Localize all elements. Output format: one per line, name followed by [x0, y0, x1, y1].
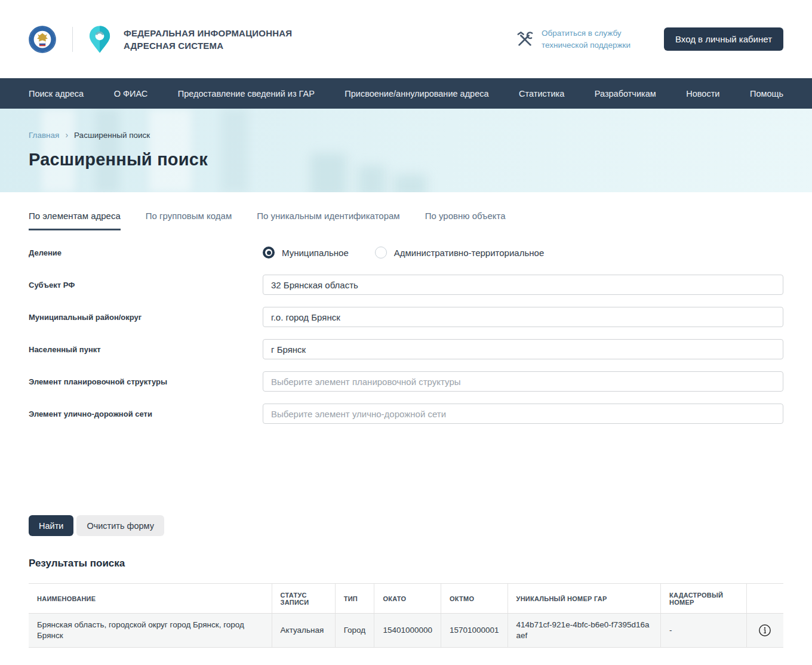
main-content: По элементам адреса По групповым кодам П… — [0, 211, 812, 648]
tab-by-unique-ids[interactable]: По уникальным идентификаторам — [257, 211, 399, 230]
radio-municipal-label: Муниципальное — [282, 248, 349, 258]
search-form: Деление Муниципальное Административно-те… — [29, 242, 783, 536]
support-text-line1: Обратиться в службу — [542, 27, 630, 39]
radio-administrative-label: Административно-территориальное — [394, 248, 544, 258]
header-actions: Обратиться в службу технической поддержк… — [516, 27, 783, 51]
banner-decor — [394, 174, 427, 192]
planning-structure-input[interactable] — [263, 371, 783, 392]
col-header-type: ТИП — [335, 584, 374, 614]
col-header-okato: ОКАТО — [374, 584, 441, 614]
nav-item-statistics[interactable]: Статистика — [519, 89, 564, 98]
cell-cadastral: - — [661, 614, 747, 648]
table-row[interactable]: Брянская область, городской округ город … — [29, 614, 783, 648]
col-header-status: СТАТУС ЗАПИСИ — [272, 584, 335, 614]
field-row-street-network: Элемент улично-дорожной сети — [29, 404, 783, 424]
breadcrumb: Главная › Расширенный поиск — [29, 130, 783, 140]
breadcrumb-current: Расширенный поиск — [74, 131, 150, 140]
main-nav: Поиск адреса О ФИАС Предоставление сведе… — [0, 78, 812, 109]
info-icon[interactable] — [758, 624, 771, 637]
support-tools-icon — [516, 30, 534, 48]
site-header: ФЕДЕРАЛЬНАЯ ИНФОРМАЦИОННАЯ АДРЕСНАЯ СИСТ… — [0, 0, 812, 78]
support-text: Обратиться в службу технической поддержк… — [542, 27, 630, 51]
support-text-line2: технической поддержки — [542, 39, 630, 51]
fias-advanced-search-page: ФЕДЕРАЛЬНАЯ ИНФОРМАЦИОННАЯ АДРЕСНАЯ СИСТ… — [0, 0, 812, 665]
col-header-gar-id: УНИКАЛЬНЫЙ НОМЕР ГАР — [508, 584, 661, 614]
org-title-line1: ФЕДЕРАЛЬНАЯ ИНФОРМАЦИОННАЯ — [124, 27, 292, 39]
cell-status: Актуальная — [272, 614, 335, 648]
header-branding: ФЕДЕРАЛЬНАЯ ИНФОРМАЦИОННАЯ АДРЕСНАЯ СИСТ… — [29, 25, 292, 54]
page-banner: Главная › Расширенный поиск Расширенный … — [0, 109, 812, 192]
nav-item-address-search[interactable]: Поиск адреса — [29, 89, 84, 98]
clear-form-button[interactable]: Очистить форму — [76, 515, 164, 536]
division-label: Деление — [29, 248, 263, 257]
planning-structure-label: Элемент планировочной структуры — [29, 377, 263, 386]
field-row-subject: Субъект РФ — [29, 275, 783, 295]
division-row: Деление Муниципальное Административно-те… — [29, 242, 783, 263]
nav-item-developers[interactable]: Разработчикам — [595, 89, 656, 98]
division-radio-group: Муниципальное Административно-территориа… — [263, 242, 544, 263]
results-table: НАИМЕНОВАНИЕ СТАТУС ЗАПИСИ ТИП ОКАТО ОКТ… — [29, 583, 783, 648]
field-row-municipal-district: Муниципальный район/округ — [29, 307, 783, 327]
support-link[interactable]: Обратиться в службу технической поддержк… — [516, 27, 630, 51]
cell-gar-id: 414b71cf-921e-4bfc-b6e0-f7395d16aaef — [508, 614, 661, 648]
tab-by-address-elements[interactable]: По элементам адреса — [29, 211, 121, 230]
cell-oktmo: 15701000001 — [441, 614, 508, 648]
login-button[interactable]: Вход в личный кабинет — [664, 27, 783, 51]
nav-item-news[interactable]: Новости — [686, 89, 719, 98]
tab-by-object-level[interactable]: По уровню объекта — [425, 211, 506, 230]
results-title: Результаты поиска — [29, 558, 783, 569]
settlement-input[interactable] — [263, 339, 783, 359]
form-actions: Найти Очистить форму — [29, 515, 783, 536]
nav-item-about-fias[interactable]: О ФИАС — [114, 89, 148, 98]
settlement-label: Населенный пункт — [29, 345, 263, 354]
cell-name: Брянская область, городской округ город … — [29, 614, 272, 648]
col-header-name: НАИМЕНОВАНИЕ — [29, 584, 272, 614]
cell-okato: 15401000000 — [374, 614, 441, 648]
nav-item-help[interactable]: Помощь — [750, 89, 783, 98]
results-header-row: НАИМЕНОВАНИЕ СТАТУС ЗАПИСИ ТИП ОКАТО ОКТ… — [29, 584, 783, 614]
cell-info — [746, 614, 783, 648]
tab-by-group-codes[interactable]: По групповым кодам — [146, 211, 232, 230]
fns-emblem-icon — [29, 26, 56, 53]
col-header-oktmo: ОКТМО — [441, 584, 508, 614]
field-row-settlement: Населенный пункт — [29, 339, 783, 359]
fias-pin-icon — [89, 25, 110, 54]
search-button[interactable]: Найти — [29, 515, 73, 536]
subject-label: Субъект РФ — [29, 281, 263, 290]
banner-content: Главная › Расширенный поиск Расширенный … — [0, 109, 812, 170]
radio-municipal[interactable]: Муниципальное — [263, 247, 349, 258]
municipal-district-label: Муниципальный район/округ — [29, 313, 263, 322]
subject-input[interactable] — [263, 275, 783, 295]
nav-item-gar-data[interactable]: Предоставление сведений из ГАР — [178, 89, 315, 98]
cell-type: Город — [335, 614, 374, 648]
radio-unselected-icon[interactable] — [375, 247, 387, 258]
field-row-planning-structure: Элемент планировочной структуры — [29, 371, 783, 392]
radio-administrative[interactable]: Административно-территориальное — [375, 247, 544, 258]
street-network-input[interactable] — [263, 404, 783, 424]
col-header-cadastral: КАДАСТРОВЫЙ НОМЕР — [661, 584, 747, 614]
header-divider — [72, 27, 73, 52]
radio-selected-icon[interactable] — [263, 247, 275, 258]
nav-item-address-assignment[interactable]: Присвоение/аннулирование адреса — [345, 89, 488, 98]
org-title: ФЕДЕРАЛЬНАЯ ИНФОРМАЦИОННАЯ АДРЕСНАЯ СИСТ… — [124, 27, 292, 52]
col-header-actions — [746, 584, 783, 614]
chevron-right-icon: › — [65, 130, 68, 140]
municipal-district-input[interactable] — [263, 307, 783, 327]
search-tabs: По элементам адреса По групповым кодам П… — [29, 211, 783, 230]
page-title: Расширенный поиск — [29, 150, 783, 170]
org-title-line2: АДРЕСНАЯ СИСТЕМА — [124, 39, 292, 52]
breadcrumb-home-link[interactable]: Главная — [29, 131, 59, 140]
street-network-label: Элемент улично-дорожной сети — [29, 410, 263, 418]
